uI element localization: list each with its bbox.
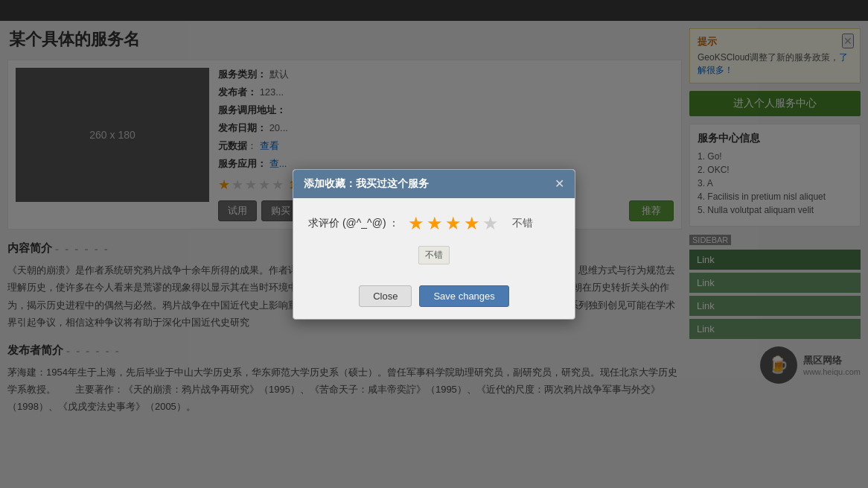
modal-stars[interactable]: ★ ★ ★ ★ ★	[408, 213, 499, 234]
modal-footer: Close Save changes	[293, 278, 575, 319]
modal-rating-label: 求评价 (@^_^@) ：	[308, 217, 399, 230]
rating-badge: 不错	[418, 246, 450, 264]
modal-overlay: 添加收藏：我买过这个服务 ✕ 求评价 (@^_^@) ： ★ ★ ★ ★ ★ 不…	[0, 0, 868, 488]
modal-save-button[interactable]: Save changes	[419, 285, 508, 307]
modal-star-3[interactable]: ★	[445, 213, 462, 234]
modal-star-5[interactable]: ★	[482, 213, 499, 234]
modal-rating-row: 求评价 (@^_^@) ： ★ ★ ★ ★ ★ 不错	[308, 213, 560, 234]
modal-star-1[interactable]: ★	[408, 213, 424, 234]
modal-dialog: 添加收藏：我买过这个服务 ✕ 求评价 (@^_^@) ： ★ ★ ★ ★ ★ 不…	[293, 169, 575, 320]
modal-rating-text: 不错	[512, 217, 533, 230]
modal-header: 添加收藏：我买过这个服务 ✕	[293, 170, 575, 198]
modal-title: 添加收藏：我买过这个服务	[304, 177, 429, 191]
modal-body: 求评价 (@^_^@) ： ★ ★ ★ ★ ★ 不错 不错	[293, 198, 575, 278]
modal-close-button[interactable]: Close	[359, 285, 412, 307]
modal-star-2[interactable]: ★	[427, 213, 443, 234]
modal-star-4[interactable]: ★	[464, 213, 480, 234]
modal-close-icon-button[interactable]: ✕	[555, 178, 564, 190]
modal-rating-input-area: 不错	[308, 246, 560, 264]
